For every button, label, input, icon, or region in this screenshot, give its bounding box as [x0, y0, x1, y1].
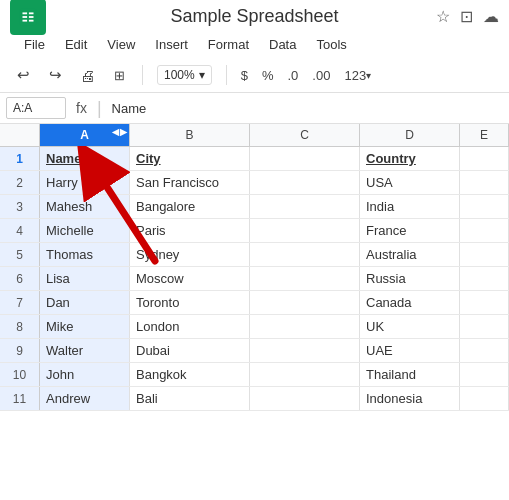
cell-a7[interactable]: Dan: [40, 291, 130, 314]
cell-c7[interactable]: [250, 291, 360, 314]
cell-b7[interactable]: Toronto: [130, 291, 250, 314]
cell-e9[interactable]: [460, 339, 509, 362]
zoom-level: 100%: [164, 68, 195, 82]
separator-1: [142, 65, 143, 85]
redo-button[interactable]: ↪: [42, 62, 68, 88]
cell-a11[interactable]: Andrew: [40, 387, 130, 410]
zoom-control[interactable]: 100% ▾: [157, 65, 212, 85]
table-row: 3 Mahesh Bangalore India: [0, 195, 509, 219]
cell-d6[interactable]: Russia: [360, 267, 460, 290]
star-icon[interactable]: ☆: [436, 7, 450, 26]
cell-a9[interactable]: Walter: [40, 339, 130, 362]
cell-c2[interactable]: [250, 171, 360, 194]
cell-d5[interactable]: Australia: [360, 243, 460, 266]
cell-a8[interactable]: Mike: [40, 315, 130, 338]
cell-a4[interactable]: Michelle: [40, 219, 130, 242]
table-row: 7 Dan Toronto Canada: [0, 291, 509, 315]
col-header-b[interactable]: B: [130, 124, 250, 146]
table-row: 9 Walter Dubai UAE: [0, 339, 509, 363]
cell-c9[interactable]: [250, 339, 360, 362]
cell-e8[interactable]: [460, 315, 509, 338]
format-paint-button[interactable]: ⊞: [106, 62, 132, 88]
col-a-left-arrow[interactable]: ◀: [112, 127, 119, 137]
cell-b5[interactable]: Sydney: [130, 243, 250, 266]
cell-b11[interactable]: Bali: [130, 387, 250, 410]
row-num: 8: [0, 315, 40, 338]
svg-rect-2: [23, 16, 28, 18]
col-header-e[interactable]: E: [460, 124, 509, 146]
menu-insert[interactable]: Insert: [147, 35, 196, 54]
cell-d1[interactable]: Country: [360, 147, 460, 170]
cell-e6[interactable]: [460, 267, 509, 290]
app-icon: [10, 0, 46, 35]
cell-a1[interactable]: Name: [40, 147, 130, 170]
cell-d8[interactable]: UK: [360, 315, 460, 338]
cell-e5[interactable]: [460, 243, 509, 266]
cell-e3[interactable]: [460, 195, 509, 218]
col-header-c[interactable]: C: [250, 124, 360, 146]
cell-a3[interactable]: Mahesh: [40, 195, 130, 218]
cloud-icon[interactable]: ☁: [483, 7, 499, 26]
cell-b8[interactable]: London: [130, 315, 250, 338]
row-num: 11: [0, 387, 40, 410]
cell-d4[interactable]: France: [360, 219, 460, 242]
svg-rect-0: [20, 8, 37, 25]
cell-d10[interactable]: Thailand: [360, 363, 460, 386]
cell-d9[interactable]: UAE: [360, 339, 460, 362]
col-header-d[interactable]: D: [360, 124, 460, 146]
cell-e11[interactable]: [460, 387, 509, 410]
row-num: 9: [0, 339, 40, 362]
cell-a2[interactable]: Harry: [40, 171, 130, 194]
cell-e2[interactable]: [460, 171, 509, 194]
formula-input[interactable]: [108, 99, 503, 118]
cell-b6[interactable]: Moscow: [130, 267, 250, 290]
cell-a6[interactable]: Lisa: [40, 267, 130, 290]
menu-format[interactable]: Format: [200, 35, 257, 54]
undo-button[interactable]: ↩: [10, 62, 36, 88]
cell-c3[interactable]: [250, 195, 360, 218]
percent-button[interactable]: %: [258, 66, 278, 85]
cell-c8[interactable]: [250, 315, 360, 338]
save-cloud-icon[interactable]: ⊡: [460, 7, 473, 26]
cell-e7[interactable]: [460, 291, 509, 314]
decimal-decrease-button[interactable]: .0: [284, 66, 303, 85]
cell-a5[interactable]: Thomas: [40, 243, 130, 266]
row-num: 10: [0, 363, 40, 386]
cell-a10[interactable]: John: [40, 363, 130, 386]
decimal-increase-button[interactable]: .00: [308, 66, 334, 85]
cell-b3[interactable]: Bangalore: [130, 195, 250, 218]
cell-d3[interactable]: India: [360, 195, 460, 218]
cell-b4[interactable]: Paris: [130, 219, 250, 242]
cell-c11[interactable]: [250, 387, 360, 410]
menu-view[interactable]: View: [99, 35, 143, 54]
cell-e1[interactable]: [460, 147, 509, 170]
col-header-a[interactable]: A ◀ ▶: [40, 124, 130, 146]
cell-b2[interactable]: San Francisco: [130, 171, 250, 194]
number-format-button[interactable]: 123▾: [340, 66, 375, 85]
cell-c10[interactable]: [250, 363, 360, 386]
cell-b1[interactable]: City: [130, 147, 250, 170]
col-a-right-arrow[interactable]: ▶: [120, 127, 127, 137]
print-button[interactable]: 🖨: [74, 62, 100, 88]
cell-d11[interactable]: Indonesia: [360, 387, 460, 410]
currency-button[interactable]: $: [237, 66, 252, 85]
cell-e10[interactable]: [460, 363, 509, 386]
cell-e4[interactable]: [460, 219, 509, 242]
table-row: 11 Andrew Bali Indonesia: [0, 387, 509, 411]
row-num: 6: [0, 267, 40, 290]
cell-d7[interactable]: Canada: [360, 291, 460, 314]
menu-edit[interactable]: Edit: [57, 35, 95, 54]
cell-b10[interactable]: Bangkok: [130, 363, 250, 386]
cell-c6[interactable]: [250, 267, 360, 290]
menu-data[interactable]: Data: [261, 35, 304, 54]
cell-c4[interactable]: [250, 219, 360, 242]
cell-d2[interactable]: USA: [360, 171, 460, 194]
menu-file[interactable]: File: [16, 35, 53, 54]
menu-tools[interactable]: Tools: [308, 35, 354, 54]
title-bar: Sample Spreadsheet ☆ ⊡ ☁: [0, 0, 509, 33]
cell-b9[interactable]: Dubai: [130, 339, 250, 362]
cell-reference-box[interactable]: [6, 97, 66, 119]
cell-c1[interactable]: [250, 147, 360, 170]
row-num: 7: [0, 291, 40, 314]
cell-c5[interactable]: [250, 243, 360, 266]
